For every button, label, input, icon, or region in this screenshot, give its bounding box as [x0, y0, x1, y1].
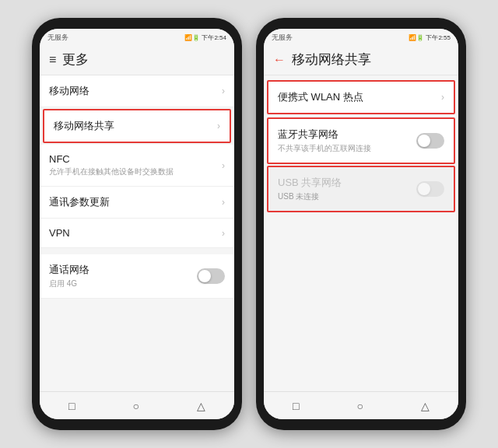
phone-2-screen: 无服务 📶🔋 下午2:55 ← 移动网络共享 便携式 WLAN 热点 › 蓝牙共… [264, 29, 458, 419]
sharing-menu-list: 便携式 WLAN 热点 › 蓝牙共享网络 不共享该手机的互联网连接 USB 共享… [264, 75, 458, 391]
menu-item-title: VPN [49, 227, 70, 239]
menu-list-1: 移动网络 › 移动网络共享 › NFC 允许手机在接触其他设备时交换数据 › 通… [40, 75, 234, 391]
nav-triangle-1[interactable]: △ [197, 400, 205, 412]
arrow-icon: › [441, 92, 444, 103]
status-time-2: 📶🔋 下午2:55 [409, 33, 451, 42]
status-icons-1: 📶🔋 [184, 34, 200, 41]
menu-item-mobile-network[interactable]: 移动网络 › [40, 75, 234, 107]
menu-item-title: 移动网络共享 [54, 119, 114, 133]
menu-item-title: 移动网络 [49, 84, 89, 98]
status-icons-2: 📶🔋 [409, 34, 424, 41]
nav-square-2[interactable]: □ [293, 400, 299, 412]
bluetooth-title: 蓝牙共享网络 [278, 128, 371, 142]
nav-circle-1[interactable]: ○ [132, 400, 139, 412]
phone-2: 无服务 📶🔋 下午2:55 ← 移动网络共享 便携式 WLAN 热点 › 蓝牙共… [256, 18, 466, 430]
page-header-1: ≡ 更多 [40, 46, 234, 75]
menu-item-title: NFC [49, 153, 174, 165]
page-header-2: ← 移动网络共享 [264, 46, 458, 75]
menu-item-usb-sharing: USB 共享网络 USB 未连接 [267, 166, 455, 212]
status-bar-2: 无服务 📶🔋 下午2:55 [264, 29, 458, 46]
toggle-usb [416, 181, 444, 197]
usb-subtitle: USB 未连接 [278, 191, 342, 202]
menu-item-title: 通讯参数更新 [49, 195, 110, 209]
menu-item-subtitle: 允许手机在接触其他设备时交换数据 [49, 166, 174, 177]
menu-item-content: 通话网络 启用 4G [49, 263, 89, 289]
menu-item-content: NFC 允许手机在接触其他设备时交换数据 [49, 153, 174, 177]
bluetooth-subtitle: 不共享该手机的互联网连接 [278, 143, 371, 154]
bottom-nav-2: □ ○ △ [264, 391, 458, 419]
status-carrier-1: 无服务 [47, 33, 68, 43]
toggle-4g[interactable] [197, 268, 225, 284]
arrow-icon: › [222, 197, 225, 208]
status-bar-1: 无服务 📶🔋 下午2:54 [40, 29, 234, 46]
usb-content: USB 共享网络 USB 未连接 [278, 176, 342, 202]
menu-item-hotspot[interactable]: 便携式 WLAN 热点 › [267, 80, 455, 114]
nav-triangle-2[interactable]: △ [421, 400, 430, 412]
bluetooth-content: 蓝牙共享网络 不共享该手机的互联网连接 [278, 128, 371, 154]
menu-item-vpn[interactable]: VPN › [40, 219, 234, 248]
status-carrier-2: 无服务 [272, 33, 293, 43]
menu-item-nfc[interactable]: NFC 允许手机在接触其他设备时交换数据 › [40, 145, 234, 187]
bottom-nav-1: □ ○ △ [40, 391, 234, 419]
nav-square-1[interactable]: □ [68, 400, 75, 412]
arrow-icon: › [222, 86, 225, 96]
phone-1: 无服务 📶🔋 下午2:54 ≡ 更多 移动网络 › 移动网络共享 › N [32, 18, 242, 430]
menu-item-calling-network[interactable]: 通话网络 启用 4G [40, 254, 234, 299]
menu-icon[interactable]: ≡ [49, 54, 56, 66]
menu-item-mobile-hotspot[interactable]: 移动网络共享 › [43, 109, 231, 143]
arrow-icon: › [222, 228, 225, 239]
arrow-icon: › [222, 160, 225, 171]
nav-circle-2[interactable]: ○ [356, 400, 363, 412]
page-title-1: 更多 [62, 51, 89, 68]
usb-title: USB 共享网络 [278, 176, 342, 190]
menu-item-subtitle: 启用 4G [49, 278, 89, 289]
toggle-bluetooth[interactable] [416, 133, 444, 149]
page-title-2: 移动网络共享 [292, 51, 371, 68]
back-icon[interactable]: ← [273, 54, 286, 66]
menu-item-title: 通话网络 [49, 263, 89, 277]
hotspot-title: 便携式 WLAN 热点 [278, 90, 363, 104]
arrow-icon: › [217, 121, 220, 131]
phone-1-screen: 无服务 📶🔋 下午2:54 ≡ 更多 移动网络 › 移动网络共享 › N [40, 29, 234, 419]
menu-item-telecom[interactable]: 通讯参数更新 › [40, 187, 234, 219]
menu-item-bluetooth-sharing[interactable]: 蓝牙共享网络 不共享该手机的互联网连接 [267, 117, 455, 164]
status-time-1: 📶🔋 下午2:54 [184, 33, 226, 42]
section-divider [40, 248, 234, 254]
